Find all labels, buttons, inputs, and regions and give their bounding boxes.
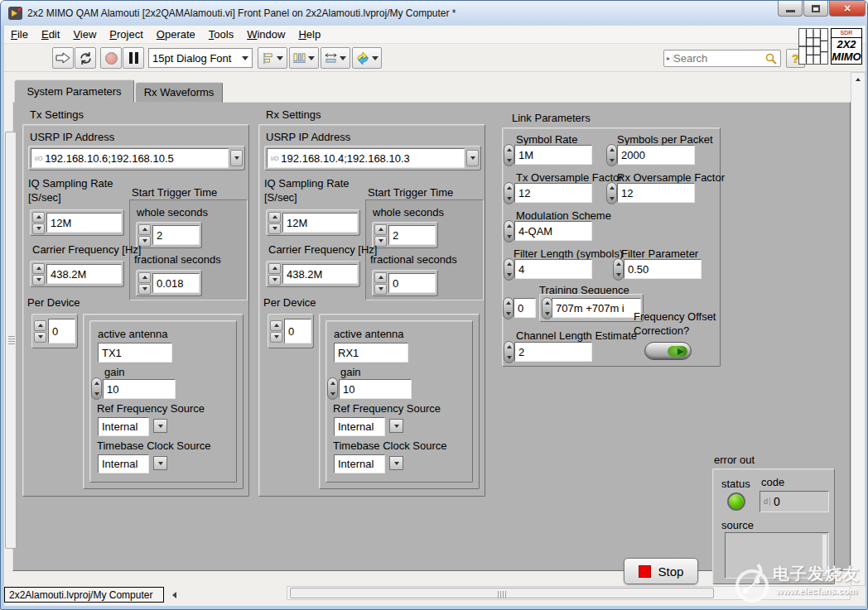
restore-button[interactable] (803, 1, 828, 17)
rx-gain-spinner[interactable] (327, 377, 338, 400)
frequency-offset-switch[interactable] (644, 342, 692, 360)
rx-iq-rate-field[interactable]: 12M (282, 213, 358, 233)
tx-ref-freq-dropdown-button[interactable] (153, 419, 167, 433)
tx-usrp-ip-field[interactable]: I/O 192.168.10.6;192.168.10.5 (31, 148, 229, 168)
rx-per-device-index-spinner[interactable] (270, 320, 282, 343)
minimize-button[interactable] (778, 1, 803, 17)
font-selector[interactable]: 15pt Dialog Font (148, 48, 253, 68)
rx-per-device-index[interactable]: 0 (268, 314, 314, 348)
tx-iq-rate-spinner[interactable] (32, 212, 45, 234)
rx-iq-rate-spinner[interactable] (268, 212, 281, 234)
filter-parameter-spinner[interactable] (613, 258, 624, 281)
tx-carrier-freq-field[interactable]: 438.2M (46, 264, 122, 284)
rx-usrp-ip-dropdown-button[interactable] (466, 150, 479, 166)
vertical-scrollbar-thumb[interactable] (5, 132, 17, 549)
tx-fractional-seconds-field[interactable]: 0.018 (152, 273, 200, 293)
run-continuously-button[interactable] (75, 47, 96, 69)
rx-active-antenna-field[interactable]: RX1 (334, 343, 408, 363)
align-objects-button[interactable] (258, 47, 287, 69)
tx-timebase-ring[interactable]: Internal (98, 454, 149, 473)
symbols-per-packet-field[interactable]: 2000 (617, 145, 695, 165)
rx-whole-seconds-control[interactable]: 2 (372, 222, 438, 248)
horizontal-scrollbar[interactable] (287, 586, 851, 600)
run-button[interactable] (52, 47, 74, 69)
tx-fractional-seconds-spinner[interactable] (138, 272, 151, 295)
tx-iq-rate-field[interactable]: 12M (46, 213, 122, 233)
rx-gain-field[interactable]: 10 (339, 379, 412, 399)
modulation-scheme-field[interactable]: 4-QAM (514, 221, 592, 241)
resize-objects-button[interactable] (321, 47, 350, 69)
menu-operate[interactable]: Operate (150, 26, 202, 42)
tx-iq-rate-control[interactable]: 12M (30, 209, 124, 236)
search-scope-arrow-icon[interactable]: ▸ (664, 55, 673, 62)
menu-help[interactable]: Help (292, 26, 327, 42)
tx-oversample-field[interactable]: 12 (514, 183, 592, 203)
rx-carrier-freq-spinner[interactable] (268, 263, 281, 286)
horizontal-scrollbar-thumb[interactable] (290, 588, 714, 598)
tx-oversample-spinner[interactable] (504, 182, 514, 204)
rx-ref-freq-ring[interactable]: Internal (334, 417, 385, 436)
tx-active-antenna-field[interactable]: TX1 (98, 343, 172, 363)
close-button[interactable]: × (829, 1, 866, 17)
search-box[interactable]: ▸ (663, 50, 781, 67)
tx-usrp-ip-combo[interactable]: I/O 192.168.10.6;192.168.10.5 (28, 146, 245, 171)
tx-per-device-index-field[interactable]: 0 (48, 319, 75, 343)
tx-carrier-freq-control[interactable]: 438.2M (30, 261, 124, 287)
stop-button[interactable]: Stop (624, 558, 698, 584)
menu-view[interactable]: View (66, 26, 103, 42)
channel-length-spinner[interactable] (504, 341, 514, 363)
rx-oversample-spinner[interactable] (606, 182, 617, 204)
tab-rx-waveforms[interactable]: Rx Waveforms (135, 82, 223, 103)
training-sequence-spinner[interactable] (542, 297, 552, 319)
channel-length-field[interactable]: 2 (514, 342, 592, 362)
reorder-objects-button[interactable] (352, 47, 382, 69)
menu-window[interactable]: Window (240, 26, 292, 42)
tx-gain-spinner[interactable] (91, 377, 102, 400)
filter-length-field[interactable]: 4 (514, 259, 592, 279)
tx-gain-field[interactable]: 10 (103, 379, 176, 399)
rx-carrier-freq-field[interactable]: 438.2M (282, 264, 358, 284)
search-input[interactable] (673, 52, 764, 65)
rx-whole-seconds-field[interactable]: 2 (388, 225, 436, 245)
distribute-objects-button[interactable] (289, 47, 319, 69)
rx-ref-freq-dropdown-button[interactable] (389, 419, 403, 433)
vi-icon[interactable]: SDR 2X2 MIMO (831, 28, 862, 65)
training-sequence-field[interactable]: 707m +707m i (552, 298, 641, 318)
tx-whole-seconds-field[interactable]: 2 (152, 225, 200, 245)
menu-file[interactable]: File (4, 26, 35, 42)
tx-carrier-freq-spinner[interactable] (32, 263, 45, 286)
menu-project[interactable]: Project (103, 26, 149, 42)
rx-timebase-dropdown-button[interactable] (389, 456, 403, 470)
execution-target-label[interactable]: 2x2Alamouti.lvproj/My Computer (4, 587, 164, 603)
menu-edit[interactable]: Edit (35, 26, 66, 42)
rx-iq-rate-control[interactable]: 12M (266, 209, 360, 236)
tx-per-device-index[interactable]: 0 (31, 314, 78, 348)
vertical-scrollbar[interactable] (851, 72, 866, 586)
tx-ref-freq-ring[interactable]: Internal (98, 417, 149, 436)
rx-fractional-seconds-control[interactable]: 0 (372, 270, 438, 296)
abort-button[interactable] (100, 47, 122, 69)
rx-usrp-ip-field[interactable]: I/O 192.168.10.4;192.168.10.3 (267, 148, 465, 168)
rx-carrier-freq-control[interactable]: 438.2M (266, 261, 360, 287)
tx-fractional-seconds-control[interactable]: 0.018 (136, 270, 202, 296)
rx-timebase-ring[interactable]: Internal (334, 454, 385, 473)
title-bar[interactable]: 2x2 MIMO QAM Alamouti [2x2QAMAlamouti.vi… (1, 1, 868, 26)
pause-button[interactable] (123, 47, 144, 69)
rx-usrp-ip-combo[interactable]: I/O 192.168.10.4;192.168.10.3 (264, 146, 481, 171)
training-index-field[interactable]: 0 (514, 298, 536, 318)
tx-timebase-dropdown-button[interactable] (153, 456, 167, 470)
filter-length-spinner[interactable] (504, 258, 514, 281)
symbol-rate-field[interactable]: 1M (514, 145, 592, 165)
tx-usrp-ip-dropdown-button[interactable] (230, 150, 243, 166)
symbols-per-packet-spinner[interactable] (606, 144, 617, 166)
training-sequence-control[interactable]: 707m +707m i (539, 294, 644, 322)
tx-per-device-index-spinner[interactable] (34, 320, 46, 343)
rx-oversample-field[interactable]: 12 (617, 183, 695, 203)
scroll-up-button[interactable] (852, 74, 864, 85)
menu-tools[interactable]: Tools (202, 26, 240, 42)
scroll-left-button[interactable] (168, 589, 180, 601)
rx-fractional-seconds-field[interactable]: 0 (388, 273, 436, 293)
rx-fractional-seconds-spinner[interactable] (374, 272, 387, 295)
rx-per-device-index-field[interactable]: 0 (284, 319, 311, 343)
error-code-field[interactable]: d 0 (760, 491, 829, 512)
